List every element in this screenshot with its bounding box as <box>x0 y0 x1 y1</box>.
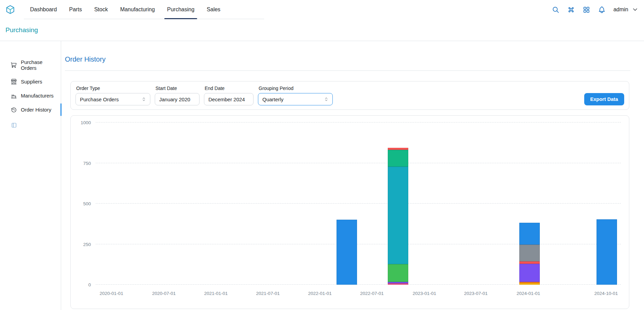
content-area: Purchase Orders Suppliers M <box>0 41 644 310</box>
y-tick-label: 0 <box>88 282 91 287</box>
y-gridline: 500 <box>96 203 621 204</box>
nav-tab-purchasing[interactable]: Purchasing <box>161 0 201 19</box>
chart-bar-segment <box>337 220 357 285</box>
selector-chevrons-icon <box>141 96 147 102</box>
app-logo[interactable] <box>5 0 15 19</box>
sidebar-item-label: Order History <box>21 107 51 113</box>
nav-spacer <box>264 0 552 19</box>
filter-panel: Order Type Purchase Orders Start Date En… <box>70 81 629 110</box>
sidebar-item-suppliers[interactable]: Suppliers <box>0 75 61 89</box>
breadcrumb[interactable]: Purchasing <box>5 26 38 34</box>
top-navbar: Dashboard Parts Stock Manufacturing Purc… <box>0 0 644 19</box>
x-tick-label: 2022-07-01 <box>360 291 384 296</box>
order-history-chart-card: 02505007501000 2020-01-012020-07-012021-… <box>70 115 629 309</box>
chart-bar[interactable] <box>519 223 540 285</box>
nav-tab-dashboard[interactable]: Dashboard <box>24 0 63 19</box>
order-type-select[interactable]: Purchase Orders <box>76 93 150 105</box>
order-type-value: Purchase Orders <box>80 96 119 102</box>
y-tick-label: 1000 <box>81 120 91 125</box>
sidebar-item-label: Suppliers <box>21 79 42 85</box>
chart-x-axis: 2020-01-012020-07-012021-01-012021-07-01… <box>96 289 621 300</box>
factory-icon <box>11 92 17 99</box>
end-date-input[interactable] <box>204 93 254 105</box>
x-tick-label: 2023-07-01 <box>464 291 488 296</box>
x-tick-label: 2023-01-01 <box>413 291 436 296</box>
start-date-label: Start Date <box>155 86 200 91</box>
chart-bar-segment <box>519 264 540 282</box>
search-icon[interactable] <box>552 6 560 14</box>
y-tick-label: 250 <box>83 242 91 247</box>
chart-bar[interactable] <box>337 220 357 285</box>
x-tick-label: 2024-01-01 <box>517 291 540 296</box>
page-title: Order History <box>65 55 630 64</box>
nav-tab-parts[interactable]: Parts <box>63 0 88 19</box>
chevron-down-icon <box>632 6 639 13</box>
breadcrumb-bar: Purchasing <box>0 19 644 41</box>
chart-bar-segment <box>519 223 540 245</box>
chart-bar[interactable] <box>597 219 617 285</box>
inventree-logo-icon <box>5 5 15 14</box>
nav-actions: admin <box>552 0 639 19</box>
y-tick-label: 500 <box>83 201 91 206</box>
y-gridline: 250 <box>96 244 621 244</box>
order-type-label: Order Type <box>76 86 150 91</box>
collapse-sidebar-icon[interactable] <box>11 122 17 128</box>
bell-icon[interactable] <box>598 6 606 14</box>
user-menu[interactable]: admin <box>613 6 639 13</box>
sidebar-item-label: Purchase Orders <box>21 59 59 71</box>
chart-bar-segment <box>388 283 408 285</box>
sidebar-item-purchase-orders[interactable]: Purchase Orders <box>0 55 61 75</box>
grouping-period-select[interactable]: Quarterly <box>258 93 333 105</box>
chart-bar-segment <box>388 167 408 264</box>
y-gridline: 1000 <box>96 122 621 122</box>
start-date-input[interactable] <box>155 93 200 105</box>
chart-bar-segment <box>519 283 540 285</box>
chart-bar-segment <box>519 261 540 264</box>
chart-bar-segment <box>597 219 617 285</box>
x-tick-label: 2021-01-01 <box>204 291 228 296</box>
history-icon <box>11 106 17 113</box>
end-date-field: End Date <box>204 86 254 105</box>
title-divider <box>65 70 630 71</box>
chart-bar[interactable] <box>388 148 408 285</box>
x-tick-label: 2020-01-01 <box>100 291 123 296</box>
y-tick-label: 750 <box>83 160 91 166</box>
y-gridline: 0 <box>96 284 621 285</box>
chart-bar-segment <box>388 264 408 282</box>
nav-tabs: Dashboard Parts Stock Manufacturing Purc… <box>24 0 264 19</box>
username-label: admin <box>613 7 628 13</box>
nav-tab-manufacturing[interactable]: Manufacturing <box>114 0 161 19</box>
chart-bar-segment <box>388 150 408 167</box>
command-icon[interactable] <box>567 6 575 14</box>
start-date-field: Start Date <box>155 86 200 105</box>
storefront-icon <box>11 78 17 85</box>
export-data-button[interactable]: Export Data <box>584 93 624 105</box>
sidebar-item-manufacturers[interactable]: Manufacturers <box>0 89 61 103</box>
x-tick-label: 2021-07-01 <box>256 291 280 296</box>
grouping-period-value: Quarterly <box>262 96 284 102</box>
grouping-period-label: Grouping Period <box>259 86 333 91</box>
main-panel: Order History Order Type Purchase Orders… <box>61 41 644 310</box>
selector-chevrons-icon <box>324 96 329 102</box>
grouping-period-field: Grouping Period Quarterly <box>258 86 333 105</box>
grid-icon[interactable] <box>583 6 590 14</box>
chart-plot[interactable]: 02505007501000 <box>96 122 621 285</box>
x-tick-label: 2022-01-01 <box>308 291 332 296</box>
order-type-field: Order Type Purchase Orders <box>76 86 150 105</box>
sidebar-item-order-history[interactable]: Order History <box>0 103 61 117</box>
sidebar-item-label: Manufacturers <box>21 93 54 99</box>
sidebar: Purchase Orders Suppliers M <box>0 41 61 310</box>
nav-tab-sales[interactable]: Sales <box>201 0 227 19</box>
end-date-label: End Date <box>205 86 254 91</box>
chart-bar-segment <box>519 245 540 261</box>
y-gridline: 750 <box>96 163 621 163</box>
x-tick-label: 2020-07-01 <box>152 291 176 296</box>
nav-tab-stock[interactable]: Stock <box>88 0 114 19</box>
x-tick-label: 2024-10-01 <box>594 291 618 296</box>
shopping-cart-icon <box>11 62 17 68</box>
